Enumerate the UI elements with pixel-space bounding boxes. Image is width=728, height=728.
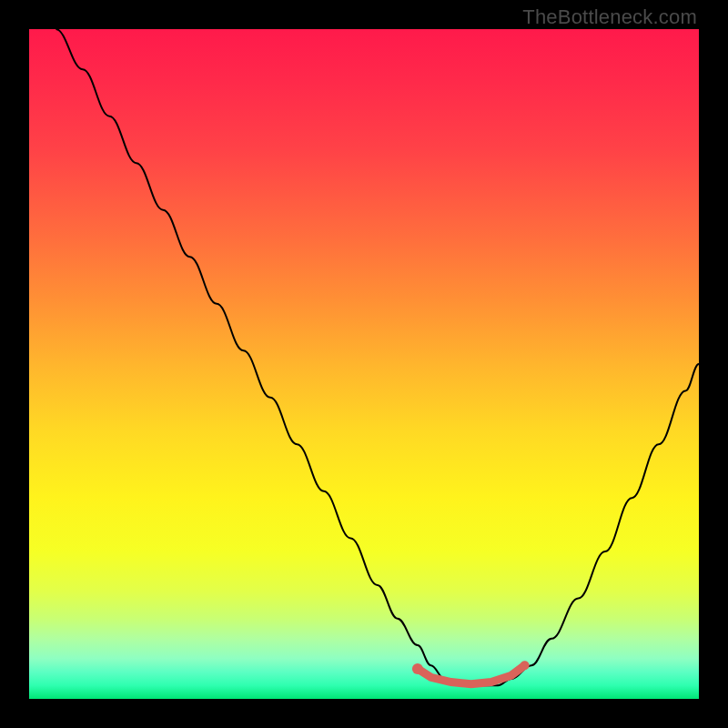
optimal-range-endpoint (412, 663, 423, 674)
watermark-text: TheBottleneck.com (522, 5, 697, 29)
plot-area (29, 29, 699, 699)
optimal-range-line (418, 665, 525, 684)
optimal-range-endpoint (521, 661, 530, 670)
bottleneck-curve (56, 29, 699, 685)
chart-svg (29, 29, 699, 699)
chart-frame: TheBottleneck.com (0, 0, 728, 728)
